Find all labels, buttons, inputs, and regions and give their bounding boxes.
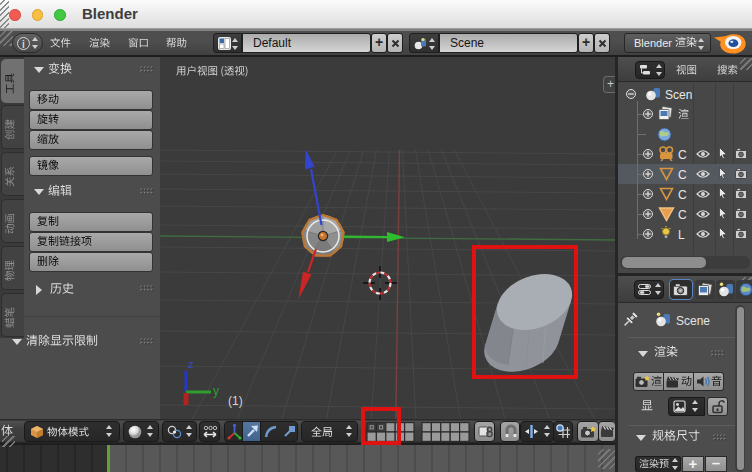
svg-text:z: z	[188, 358, 194, 370]
svg-text:(1): (1)	[228, 394, 243, 408]
svg-text:y: y	[213, 384, 219, 398]
